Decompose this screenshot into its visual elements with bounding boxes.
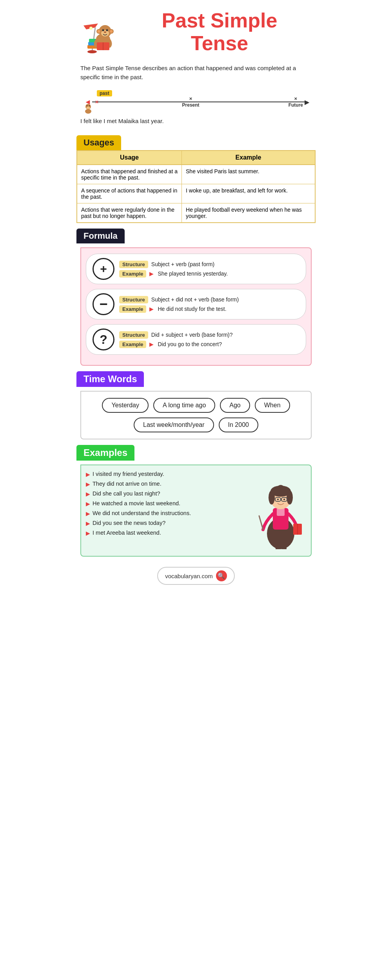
- example-badge: Example: [119, 270, 146, 278]
- svg-point-11: [106, 29, 108, 31]
- future-x: ×: [294, 96, 298, 102]
- formula-details: Structure Did + subject + verb (base for…: [119, 331, 299, 348]
- example-text: Did you see the news today?: [93, 520, 165, 526]
- example-line: Example ▶ Did you go to the concert?: [119, 341, 299, 348]
- example-text: They did not arrive on time.: [93, 481, 162, 487]
- arrow-icon: ▶: [86, 510, 90, 517]
- usage-cell: Actions that happened and finished at a …: [77, 165, 182, 184]
- timewords-section: Time Words YesterdayA long time agoAgoWh…: [76, 371, 316, 439]
- header: Past Simple Tense: [73, 0, 319, 60]
- example-line: Example ▶ He did not study for the test.: [119, 305, 299, 313]
- formula-icon-minus: −: [93, 293, 114, 315]
- list-item: When: [255, 398, 290, 413]
- svg-point-40: [283, 499, 285, 500]
- example-text: She played tennis yesterday.: [158, 270, 228, 277]
- table-row: Actions that were regularly done in the …: [77, 203, 315, 223]
- arrow-icon: ▶: [86, 471, 90, 477]
- structure-line: Structure Subject + verb (past form): [119, 261, 299, 268]
- example-col-header: Example: [182, 151, 315, 165]
- past-x-mark: ×: [95, 99, 98, 105]
- formula-details: Structure Subject + verb (past form) Exa…: [119, 261, 299, 278]
- present-label: Present: [182, 102, 200, 108]
- structure-badge: Structure: [119, 296, 148, 303]
- list-item: ▶ We did not understand the instructions…: [86, 510, 251, 517]
- example-text: He did not study for the test.: [158, 306, 226, 312]
- timeline-example: I felt like I met Malaika last year.: [73, 114, 319, 130]
- table-row: Actions that happened and finished at a …: [77, 165, 315, 184]
- svg-point-14: [98, 30, 100, 33]
- future-label: Future: [289, 102, 303, 108]
- example-cell: I woke up, ate breakfast, and left for w…: [182, 184, 315, 203]
- svg-rect-44: [276, 546, 280, 549]
- examples-list: ▶ I visited my friend yesterday.▶ They d…: [86, 471, 251, 550]
- formula-icon-question: ?: [93, 328, 114, 350]
- example-text: Did she call you last night?: [93, 490, 160, 497]
- usage-col-header: Usage: [77, 151, 182, 165]
- teacher-image: [255, 471, 306, 550]
- list-item: ▶ Did you see the news today?: [86, 520, 251, 526]
- examples-section: Examples ▶ I visited my friend yesterday…: [76, 445, 316, 557]
- example-badge: Example: [119, 305, 146, 313]
- example-text: He watched a movie last weekend.: [93, 500, 180, 506]
- formula-section: Formula + Structure Subject + verb (past…: [76, 229, 316, 366]
- timewords-grid: YesterdayA long time agoAgoWhenLast week…: [86, 398, 306, 432]
- structure-text: Did + subject + verb (base form)?: [151, 332, 233, 338]
- arrow-icon: ▶: [149, 306, 154, 312]
- svg-point-16: [110, 30, 113, 33]
- svg-point-12: [104, 31, 106, 33]
- list-item: ▶ I visited my friend yesterday.: [86, 471, 251, 477]
- svg-point-34: [287, 490, 293, 505]
- svg-point-9: [101, 30, 109, 36]
- example-text: We did not understand the instructions.: [93, 510, 191, 516]
- example-cell: He played football every weekend when he…: [182, 203, 315, 223]
- intro-text: The Past Simple Tense describes an actio…: [73, 60, 319, 84]
- example-badge: Example: [119, 341, 146, 348]
- footer-website-pill: vocabularyan.com 🔍: [157, 567, 235, 585]
- usages-header-badge: Usages: [76, 135, 121, 150]
- svg-point-20: [87, 107, 90, 109]
- usages-section: Usages Usage Example Actions that happen…: [76, 135, 316, 223]
- arrow-icon: ▶: [149, 341, 154, 347]
- formula-block: − Structure Subject + did not + verb (ba…: [86, 289, 306, 319]
- svg-point-35: [277, 485, 285, 493]
- usages-table: Usage Example Actions that happened and …: [76, 150, 316, 223]
- timewords-content: YesterdayA long time agoAgoWhenLast week…: [80, 391, 312, 439]
- svg-line-41: [259, 516, 263, 530]
- timeline: past ◄ × ▶ × Present × Future: [73, 84, 319, 114]
- list-item: ▶ He watched a movie last weekend.: [86, 500, 251, 507]
- page-title: Past Simple Tense: [127, 9, 312, 54]
- svg-rect-45: [282, 546, 287, 549]
- structure-badge: Structure: [119, 331, 148, 339]
- structure-badge: Structure: [119, 261, 148, 268]
- list-item: A long time ago: [153, 398, 215, 413]
- arrow-icon: ▶: [149, 270, 154, 277]
- arrow-icon: ▶: [86, 491, 90, 497]
- list-item: Last week/month/year: [134, 417, 214, 432]
- header-monkey-image: [80, 8, 123, 56]
- list-item: In 2000: [219, 417, 258, 432]
- past-tag: past: [97, 90, 112, 96]
- arrow-icon: ▶: [86, 520, 90, 526]
- present-x: ×: [189, 96, 192, 102]
- structure-text: Subject + verb (past form): [151, 261, 214, 267]
- svg-point-33: [269, 490, 275, 505]
- example-text: I met Areeba last weekend.: [93, 530, 161, 536]
- formula-block: + Structure Subject + verb (past form) E…: [86, 254, 306, 284]
- timewords-header-badge: Time Words: [76, 371, 144, 387]
- formula-block: ? Structure Did + subject + verb (base f…: [86, 324, 306, 355]
- svg-point-1: [87, 50, 97, 53]
- list-item: ▶ They did not arrive on time.: [86, 481, 251, 487]
- usage-cell: Actions that were regularly done in the …: [77, 203, 182, 223]
- formula-details: Structure Subject + did not + verb (base…: [119, 296, 299, 313]
- formula-content: + Structure Subject + verb (past form) E…: [80, 247, 312, 366]
- svg-point-3: [89, 27, 93, 30]
- example-line: Example ▶ She played tennis yesterday.: [119, 270, 299, 278]
- structure-line: Structure Subject + did not + verb (base…: [119, 296, 299, 303]
- footer: vocabularyan.com 🔍: [73, 561, 319, 593]
- past-arrow: ◄: [84, 98, 91, 106]
- formula-header-badge: Formula: [76, 229, 125, 243]
- table-row: A sequence of actions that happened in t…: [77, 184, 315, 203]
- footer-website-text: vocabularyan.com: [165, 573, 213, 579]
- usage-cell: A sequence of actions that happened in t…: [77, 184, 182, 203]
- structure-text: Subject + did not + verb (base form): [151, 296, 239, 303]
